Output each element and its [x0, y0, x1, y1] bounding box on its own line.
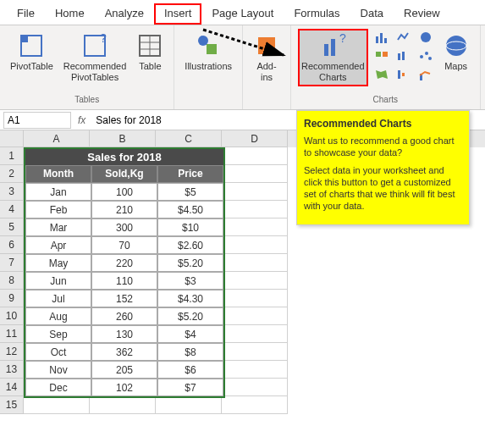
illustrations-button[interactable]: Illustrations: [181, 29, 235, 75]
map-chart-button[interactable]: [372, 66, 392, 83]
recommended-charts-button[interactable]: ? Recommended Charts: [298, 29, 368, 86]
cell[interactable]: [222, 290, 288, 307]
header-sold[interactable]: Sold,Kg: [91, 165, 157, 183]
cell[interactable]: [222, 201, 288, 218]
cell-price[interactable]: $10: [157, 218, 223, 236]
col-header-b[interactable]: B: [90, 130, 156, 147]
cell[interactable]: [222, 236, 288, 254]
cell[interactable]: [90, 396, 156, 414]
pie-chart-button[interactable]: [416, 29, 436, 46]
row-header[interactable]: 4: [0, 201, 24, 218]
header-price[interactable]: Price: [157, 165, 223, 183]
cell-price[interactable]: $2.60: [157, 236, 223, 254]
col-header-c[interactable]: C: [156, 130, 222, 147]
cell-price[interactable]: $5: [157, 183, 223, 201]
tab-page-layout[interactable]: Page Layout: [201, 3, 284, 25]
row-header[interactable]: 1: [0, 147, 24, 165]
row-header[interactable]: 7: [0, 254, 24, 272]
cell[interactable]: [222, 183, 288, 201]
cell[interactable]: [222, 147, 288, 165]
cell[interactable]: [222, 272, 288, 290]
tab-analyze[interactable]: Analyze: [95, 3, 154, 25]
name-box[interactable]: [3, 112, 71, 129]
cell[interactable]: [222, 165, 288, 183]
cell-sold[interactable]: 362: [91, 343, 157, 361]
combo-chart-button[interactable]: [416, 66, 436, 83]
row-header[interactable]: 8: [0, 272, 24, 290]
cell[interactable]: [222, 307, 288, 325]
cell-sold[interactable]: 130: [91, 325, 157, 343]
tab-insert[interactable]: Insert: [154, 3, 202, 25]
cell-month[interactable]: Sep: [25, 325, 91, 343]
row-header[interactable]: 3: [0, 183, 24, 201]
cell-sold[interactable]: 300: [91, 218, 157, 236]
cell-month[interactable]: Dec: [25, 379, 91, 396]
cell-month[interactable]: Aug: [25, 307, 91, 325]
cell-price[interactable]: $4.30: [157, 290, 223, 307]
row-header[interactable]: 11: [0, 325, 24, 343]
table-title[interactable]: Sales for 2018: [25, 149, 223, 165]
cell[interactable]: [222, 379, 288, 396]
maps-button[interactable]: Maps: [439, 29, 473, 75]
cell-sold[interactable]: 260: [91, 307, 157, 325]
fx-icon[interactable]: fx: [71, 114, 92, 126]
scatter-chart-button[interactable]: [416, 47, 436, 64]
cell[interactable]: [222, 254, 288, 272]
hierarchy-chart-button[interactable]: [372, 47, 392, 64]
cell-month[interactable]: Feb: [25, 201, 91, 218]
tab-formulas[interactable]: Formulas: [284, 3, 350, 25]
cell[interactable]: [222, 325, 288, 343]
cell-sold[interactable]: 70: [91, 236, 157, 254]
waterfall-chart-button[interactable]: [394, 66, 414, 83]
row-header[interactable]: 13: [0, 361, 24, 379]
addins-button[interactable]: Add- ins: [250, 29, 284, 86]
table-button[interactable]: Table: [133, 29, 167, 75]
cell-sold[interactable]: 100: [91, 183, 157, 201]
cell-month[interactable]: Apr: [25, 236, 91, 254]
col-header-a[interactable]: A: [24, 130, 90, 147]
cell-price[interactable]: $5.20: [157, 307, 223, 325]
col-header-d[interactable]: D: [222, 130, 288, 147]
cell-month[interactable]: Nov: [25, 361, 91, 379]
cell-sold[interactable]: 102: [91, 379, 157, 396]
tab-home[interactable]: Home: [45, 3, 95, 25]
row-header[interactable]: 15: [0, 396, 24, 414]
row-header[interactable]: 5: [0, 218, 24, 236]
cell-month[interactable]: May: [25, 254, 91, 272]
cell-price[interactable]: $7: [157, 379, 223, 396]
cell-month[interactable]: Mar: [25, 218, 91, 236]
cell-month[interactable]: Jan: [25, 183, 91, 201]
cell[interactable]: [156, 396, 222, 414]
column-chart-button[interactable]: [372, 29, 392, 46]
cell-sold[interactable]: 205: [91, 361, 157, 379]
row-header[interactable]: 12: [0, 343, 24, 361]
tab-review[interactable]: Review: [394, 3, 450, 25]
cell-month[interactable]: Oct: [25, 343, 91, 361]
select-all-corner[interactable]: [0, 130, 24, 147]
cell-price[interactable]: $4.50: [157, 201, 223, 218]
row-header[interactable]: 2: [0, 165, 24, 183]
cell-sold[interactable]: 110: [91, 272, 157, 290]
row-header[interactable]: 10: [0, 307, 24, 325]
cell-price[interactable]: $5.20: [157, 254, 223, 272]
cell[interactable]: [222, 343, 288, 361]
row-header[interactable]: 14: [0, 379, 24, 396]
tab-file[interactable]: File: [7, 3, 45, 25]
tab-data[interactable]: Data: [350, 3, 394, 25]
cell-sold[interactable]: 152: [91, 290, 157, 307]
header-month[interactable]: Month: [25, 165, 91, 183]
line-chart-button[interactable]: [394, 29, 414, 46]
pivottable-button[interactable]: PivotTable: [7, 29, 57, 75]
cell-month[interactable]: Jul: [25, 290, 91, 307]
recommended-pivottables-button[interactable]: ? Recommended PivotTables: [60, 29, 130, 86]
cell-sold[interactable]: 210: [91, 201, 157, 218]
cell-price[interactable]: $6: [157, 361, 223, 379]
cell-month[interactable]: Jun: [25, 272, 91, 290]
cell[interactable]: [222, 396, 288, 414]
cell[interactable]: [24, 396, 90, 414]
cell-sold[interactable]: 220: [91, 254, 157, 272]
cell[interactable]: [222, 218, 288, 236]
cell-price[interactable]: $4: [157, 325, 223, 343]
cell-price[interactable]: $3: [157, 272, 223, 290]
cell[interactable]: [222, 361, 288, 379]
